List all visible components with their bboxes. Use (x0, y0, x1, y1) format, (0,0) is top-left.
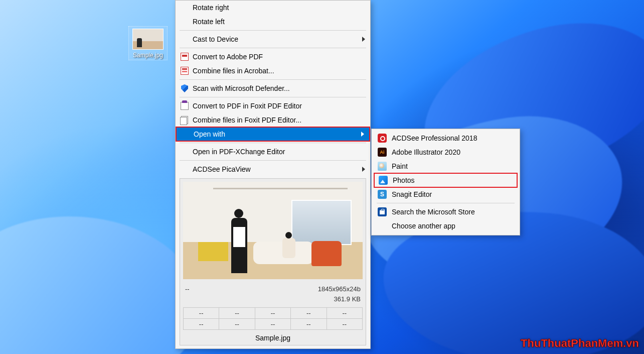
menu-label: ACDSee PicaView (193, 165, 362, 173)
menu-separator (180, 143, 366, 143)
illustrator-icon: Ai (378, 148, 387, 157)
submenu-label: Choose another app (392, 222, 455, 230)
acdsee-icon (378, 134, 387, 143)
snagit-icon: S (378, 190, 387, 199)
menu-separator (377, 203, 515, 203)
menu-rotate-left[interactable]: Rotate left (176, 15, 370, 29)
picaview-cell: -- (291, 319, 327, 330)
file-thumbnail (132, 29, 164, 50)
openwith-paint[interactable]: Paint (372, 159, 520, 173)
openwith-choose-another[interactable]: Choose another app (372, 219, 520, 233)
picaview-dimensions: 1845x965x24b (318, 285, 361, 293)
submenu-label: Photos (393, 176, 415, 184)
openwith-illustrator[interactable]: Ai Adobe Illustrator 2020 (372, 145, 520, 159)
openwith-snagit[interactable]: S Snagit Editor (372, 187, 520, 201)
menu-label: Open in PDF-XChange Editor (193, 148, 365, 156)
picaview-cell: -- (219, 308, 255, 319)
adobe-combine-icon (181, 67, 189, 75)
submenu-arrow-icon (362, 37, 365, 42)
menu-separator (180, 30, 366, 31)
menu-scan-defender[interactable]: Scan with Microsoft Defender... (176, 81, 370, 95)
submenu-label: ACDSee Professional 2018 (392, 134, 477, 142)
menu-label: Rotate right (193, 4, 365, 12)
openwith-acdsee[interactable]: ACDSee Professional 2018 (372, 131, 520, 145)
picaview-grid: -- -- -- -- -- -- -- -- -- -- (183, 307, 363, 330)
menu-combine-acrobat[interactable]: Combine files in Acrobat... (176, 64, 370, 78)
picaview-cell: -- (184, 308, 219, 319)
submenu-arrow-icon (361, 132, 364, 137)
menu-combine-foxit[interactable]: Combine files in Foxit PDF Editor... (176, 113, 370, 127)
picaview-cell: -- (327, 308, 362, 319)
menu-separator (180, 97, 366, 97)
submenu-label: Paint (392, 162, 408, 170)
picaview-cell: -- (327, 319, 362, 330)
submenu-label: Snagit Editor (392, 190, 432, 198)
foxit-icon (181, 102, 189, 110)
desktop-file-icon[interactable]: Sample.jpg (128, 26, 168, 60)
paint-icon (378, 162, 387, 171)
menu-convert-adobe-pdf[interactable]: Convert to Adobe PDF (176, 50, 370, 64)
picaview-info-left: -- (185, 285, 190, 293)
menu-label: Combine files in Acrobat... (193, 67, 365, 75)
photos-icon (379, 176, 388, 185)
picaview-cell: -- (184, 319, 219, 330)
menu-open-pdfxchange[interactable]: Open in PDF-XChange Editor (176, 145, 370, 159)
menu-convert-foxit[interactable]: Convert to PDF in Foxit PDF Editor (176, 99, 370, 113)
picaview-filename: Sample.jpg (180, 332, 366, 345)
watermark-text: ThuThuatPhanMem.vn (521, 337, 639, 350)
file-label: Sample.jpg (130, 52, 166, 59)
menu-label: Open with (194, 130, 361, 138)
picaview-filesize: 361.9 KB (334, 295, 361, 303)
menu-acdsee-picaview[interactable]: ACDSee PicaView (176, 162, 370, 176)
foxit-combine-icon (181, 116, 188, 124)
picaview-info: -- 1845x965x24b 361.9 KB (180, 282, 366, 305)
defender-shield-icon (181, 84, 188, 92)
adobe-pdf-icon (181, 53, 189, 61)
picaview-cell: -- (291, 308, 327, 319)
menu-label: Convert to Adobe PDF (193, 53, 365, 61)
openwith-photos[interactable]: Photos (374, 173, 518, 188)
picaview-cell: -- (255, 319, 290, 330)
menu-separator (180, 160, 366, 161)
openwith-search-store[interactable]: Search the Microsoft Store (372, 205, 520, 219)
submenu-arrow-icon (362, 167, 365, 172)
context-menu: Rotate right Rotate left Cast to Device … (175, 0, 371, 349)
menu-label: Convert to PDF in Foxit PDF Editor (193, 102, 365, 110)
submenu-label: Search the Microsoft Store (392, 208, 475, 216)
menu-open-with[interactable]: Open with (176, 127, 370, 142)
menu-separator (180, 48, 366, 48)
menu-label: Cast to Device (193, 35, 362, 43)
picaview-cell: -- (255, 308, 290, 319)
picaview-preview-image (183, 182, 363, 279)
submenu-label: Adobe Illustrator 2020 (392, 148, 460, 156)
menu-cast-to-device[interactable]: Cast to Device (176, 32, 370, 46)
menu-label: Combine files in Foxit PDF Editor... (193, 116, 365, 124)
menu-rotate-right[interactable]: Rotate right (176, 1, 370, 15)
menu-separator (180, 79, 366, 80)
picaview-cell: -- (219, 319, 255, 330)
picaview-panel: -- 1845x965x24b 361.9 KB -- -- -- -- -- … (180, 178, 366, 345)
menu-label: Scan with Microsoft Defender... (193, 84, 365, 92)
microsoft-store-icon (378, 207, 387, 216)
menu-label: Rotate left (193, 18, 365, 26)
open-with-submenu: ACDSee Professional 2018 Ai Adobe Illust… (371, 129, 520, 235)
